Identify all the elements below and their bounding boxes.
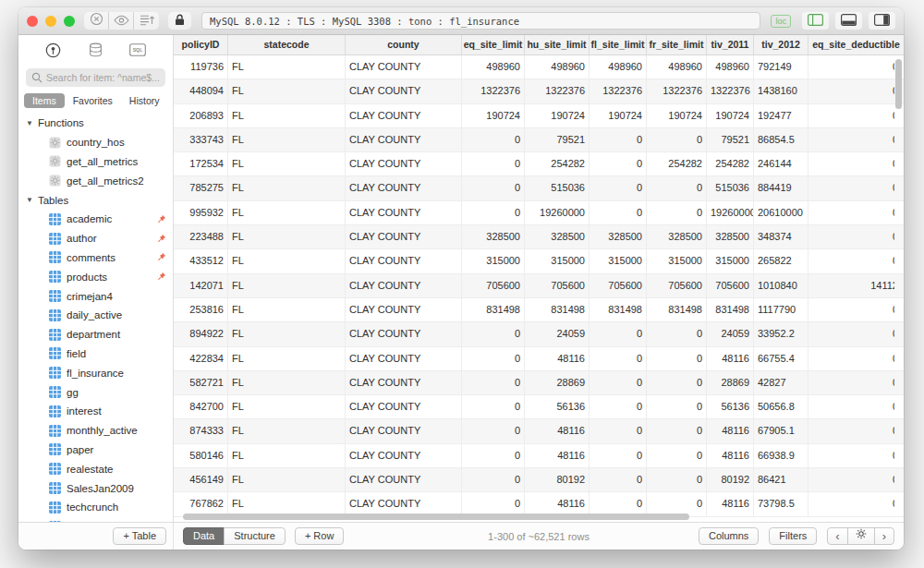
table-row[interactable]: 456149 FL CLAY COUNTY 0 80192 0 0 80192 … [174, 468, 904, 492]
cell-county[interactable]: CLAY COUNTY [346, 347, 462, 370]
cell-tiv_2012[interactable]: 265822 [754, 249, 808, 272]
cell-fr_site_limit[interactable]: 498960 [647, 55, 707, 79]
cell-statecode[interactable]: FL [228, 249, 346, 272]
cell-policyID[interactable]: 223488 [174, 225, 228, 248]
cell-fl_site_limit[interactable]: 0 [590, 468, 647, 491]
cell-fl_site_limit[interactable]: 0 [590, 419, 647, 442]
cell-hu_site_limit[interactable]: 498960 [525, 55, 590, 79]
cell-tiv_2011[interactable]: 48116 [707, 347, 754, 370]
cell-eq_site_deductible[interactable]: 0 [808, 492, 894, 515]
cell-county[interactable]: CLAY COUNTY [346, 395, 462, 418]
cell-fl_site_limit[interactable]: 0 [590, 201, 647, 224]
cell-hu_site_limit[interactable]: 19260000 [525, 201, 590, 224]
tab-favorites[interactable]: Favorites [65, 93, 121, 108]
cell-fl_site_limit[interactable]: 0 [590, 176, 647, 199]
cell-tiv_2011[interactable]: 705600 [707, 274, 754, 297]
cell-tiv_2012[interactable]: 66755.4 [754, 347, 808, 370]
cell-eq_site_deductible[interactable]: 0 [808, 419, 894, 442]
cell-eq_site_limit[interactable]: 0 [462, 152, 525, 175]
cell-eq_site_deductible[interactable]: 0 [808, 55, 894, 79]
sidebar-item-function[interactable]: country_hos [18, 133, 173, 152]
cell-eq_site_limit[interactable]: 0 [462, 322, 525, 345]
cell-eq_site_limit[interactable]: 0 [462, 419, 525, 442]
table-row[interactable]: 448094 FL CLAY COUNTY 1322376 1322376 13… [174, 79, 904, 103]
sidebar-item-table[interactable]: fl_insurance [18, 363, 173, 382]
tab-history[interactable]: History [121, 93, 168, 108]
sql-icon[interactable]: SQL [129, 43, 146, 60]
cell-fr_site_limit[interactable]: 328500 [647, 225, 707, 248]
cell-policyID[interactable]: 119736 [174, 55, 228, 79]
cell-statecode[interactable]: FL [228, 128, 346, 151]
cell-fl_site_limit[interactable]: 498960 [590, 55, 647, 79]
preview-button[interactable] [109, 12, 134, 30]
cell-eq_site_deductible[interactable]: 0 [808, 322, 894, 345]
cell-eq_site_limit[interactable]: 498960 [462, 55, 525, 79]
cell-tiv_2011[interactable]: 515036 [707, 176, 754, 199]
cell-tiv_2011[interactable]: 48116 [707, 492, 754, 515]
cell-eq_site_deductible[interactable]: 14112 [808, 274, 894, 297]
cell-fr_site_limit[interactable]: 315000 [647, 249, 707, 272]
cell-eq_site_limit[interactable]: 705600 [462, 274, 525, 297]
cell-tiv_2011[interactable]: 315000 [707, 249, 754, 272]
cell-county[interactable]: CLAY COUNTY [346, 371, 462, 394]
cell-fl_site_limit[interactable]: 328500 [590, 225, 647, 248]
cell-fl_site_limit[interactable]: 0 [590, 371, 647, 394]
minimize-window-button[interactable] [45, 16, 56, 27]
cell-hu_site_limit[interactable]: 48116 [525, 444, 590, 467]
cell-fr_site_limit[interactable]: 0 [647, 322, 707, 345]
cell-statecode[interactable]: FL [228, 79, 346, 103]
cell-policyID[interactable]: 580146 [174, 444, 228, 467]
cell-tiv_2011[interactable]: 80192 [707, 468, 754, 491]
cell-county[interactable]: CLAY COUNTY [346, 152, 462, 175]
cell-eq_site_limit[interactable]: 0 [462, 492, 525, 515]
cell-policyID[interactable]: 874333 [174, 419, 228, 442]
disconnect-button[interactable] [84, 12, 109, 30]
search-input[interactable] [26, 68, 165, 87]
cell-policyID[interactable]: 582721 [174, 371, 228, 394]
sidebar-item-table[interactable]: techcrunch [18, 498, 173, 517]
column-header[interactable]: policyID [174, 35, 228, 54]
sidebar-item-table[interactable]: SalesJan2009 [18, 478, 173, 498]
cell-county[interactable]: CLAY COUNTY [346, 419, 462, 442]
cell-hu_site_limit[interactable]: 190724 [525, 104, 590, 127]
sidebar-item-table[interactable]: department [18, 325, 173, 344]
cell-policyID[interactable]: 785275 [174, 176, 228, 199]
cell-tiv_2012[interactable]: 67905.1 [754, 419, 808, 442]
cell-tiv_2012[interactable]: 33952.2 [754, 322, 808, 345]
cell-eq_site_limit[interactable]: 0 [462, 176, 525, 199]
cell-tiv_2011[interactable]: 831498 [707, 298, 754, 321]
cell-fl_site_limit[interactable]: 0 [590, 152, 647, 175]
cell-tiv_2012[interactable]: 42827 [754, 371, 808, 394]
cell-statecode[interactable]: FL [228, 225, 346, 248]
cell-eq_site_deductible[interactable]: 0 [808, 298, 894, 321]
sidebar-item-table[interactable]: academic [18, 210, 173, 229]
columns-button[interactable]: Columns [699, 527, 759, 545]
cell-fr_site_limit[interactable]: 0 [647, 371, 707, 394]
column-header[interactable]: hu_site_limit [525, 35, 590, 54]
column-header[interactable]: tiv_2011 [707, 35, 754, 54]
cell-fl_site_limit[interactable]: 190724 [590, 104, 647, 127]
cell-county[interactable]: CLAY COUNTY [346, 298, 462, 321]
cell-hu_site_limit[interactable]: 48116 [525, 492, 590, 515]
cell-statecode[interactable]: FL [228, 395, 346, 418]
table-row[interactable]: 206893 FL CLAY COUNTY 190724 190724 1907… [174, 104, 904, 128]
cell-county[interactable]: CLAY COUNTY [346, 104, 462, 127]
cell-eq_site_limit[interactable]: 0 [462, 444, 525, 467]
cell-statecode[interactable]: FL [228, 444, 346, 467]
cell-fr_site_limit[interactable]: 1322376 [647, 79, 707, 103]
cell-fr_site_limit[interactable]: 705600 [647, 274, 707, 297]
cell-fl_site_limit[interactable]: 315000 [590, 249, 647, 272]
cell-eq_site_deductible[interactable]: 0 [808, 347, 894, 370]
cell-county[interactable]: CLAY COUNTY [346, 468, 462, 491]
cell-fl_site_limit[interactable]: 0 [590, 128, 647, 151]
cell-hu_site_limit[interactable]: 831498 [525, 298, 590, 321]
table-row[interactable]: 582721 FL CLAY COUNTY 0 28869 0 0 28869 … [174, 371, 904, 395]
table-row[interactable]: 785275 FL CLAY COUNTY 0 515036 0 0 51503… [174, 176, 904, 200]
cell-fl_site_limit[interactable]: 831498 [590, 298, 647, 321]
table-row[interactable]: 874333 FL CLAY COUNTY 0 48116 0 0 48116 … [174, 419, 904, 443]
table-row[interactable]: 333743 FL CLAY COUNTY 0 79521 0 0 79521 … [174, 128, 904, 152]
cell-statecode[interactable]: FL [228, 201, 346, 224]
cell-eq_site_deductible[interactable]: 0 [808, 225, 894, 248]
cell-fr_site_limit[interactable]: 0 [647, 128, 707, 151]
cell-tiv_2012[interactable]: 20610000 [754, 201, 808, 224]
